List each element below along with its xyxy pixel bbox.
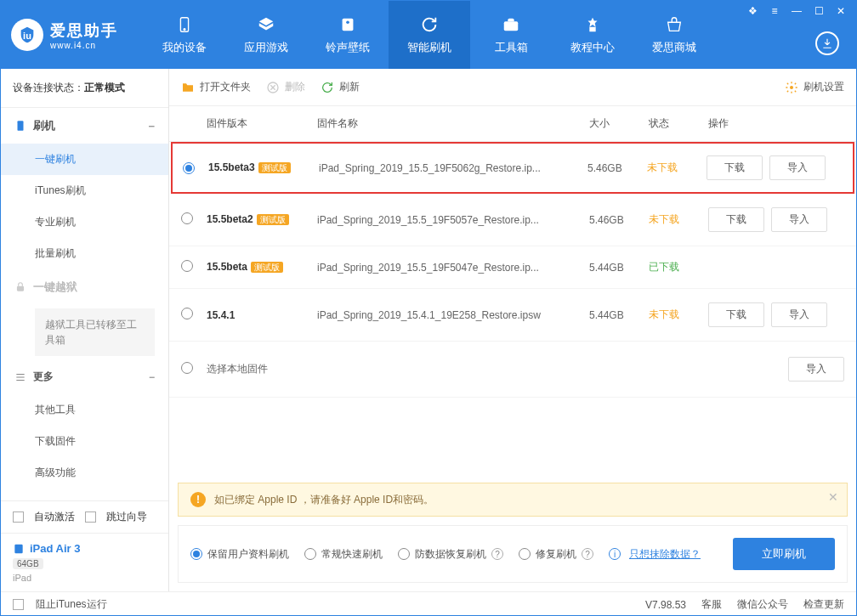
wechat-link[interactable]: 微信公众号 — [737, 597, 788, 612]
sidebar-flash-item-0[interactable]: 一键刷机 — [1, 144, 168, 175]
svg-point-11 — [790, 86, 793, 89]
import-button[interactable]: 导入 — [771, 207, 827, 232]
open-folder-button[interactable]: 打开文件夹 — [181, 80, 251, 94]
device-info[interactable]: iPad Air 3 64GB iPad — [1, 533, 168, 591]
normal-option[interactable]: 常规快速刷机 — [304, 547, 383, 562]
fw-version: 15.5beta — [207, 261, 247, 273]
import-button[interactable]: 导入 — [771, 302, 827, 327]
service-link[interactable]: 客服 — [701, 597, 722, 612]
sidebar-more-item-1[interactable]: 下载固件 — [1, 426, 168, 457]
close-warning-button[interactable]: ✕ — [828, 490, 838, 504]
fw-size: 5.44GB — [589, 309, 649, 321]
download-button[interactable]: 下载 — [708, 302, 764, 327]
menu-icon[interactable]: ≡ — [768, 4, 781, 18]
nav-tab-0[interactable]: 我的设备 — [144, 1, 225, 69]
download-button[interactable] — [815, 31, 839, 55]
nav-tab-3[interactable]: 智能刷机 — [389, 1, 470, 69]
nav-tab-5[interactable]: 教程中心 — [552, 1, 633, 69]
skip-guide-label: 跳过向导 — [106, 510, 147, 524]
help-icon[interactable]: ? — [491, 548, 503, 560]
block-itunes-checkbox[interactable] — [13, 599, 24, 610]
close-icon[interactable]: ✕ — [834, 4, 848, 18]
warning-icon: ! — [190, 492, 206, 507]
logo-sub: www.i4.cn — [50, 41, 118, 50]
nav-label: 教程中心 — [570, 40, 615, 55]
erase-data-link[interactable]: 只想抹除数据？ — [629, 547, 701, 562]
nav-tab-1[interactable]: 应用游戏 — [225, 1, 307, 69]
firmware-radio[interactable] — [183, 162, 195, 174]
sidebar-flash-item-2[interactable]: 专业刷机 — [1, 206, 168, 238]
nav-label: 智能刷机 — [407, 40, 451, 55]
fw-name: iPad_Spring_2019_15.4.1_19E258_Restore.i… — [317, 309, 589, 321]
repair-option[interactable]: 修复刷机? — [519, 547, 593, 562]
minimize-icon[interactable]: — — [790, 4, 803, 18]
radio-icon — [304, 548, 316, 560]
version-label: V7.98.53 — [645, 599, 686, 611]
svg-rect-3 — [343, 19, 354, 31]
help-icon[interactable]: ? — [582, 548, 593, 560]
nav-icon — [256, 14, 276, 35]
sidebar-flash-item-1[interactable]: iTunes刷机 — [1, 175, 168, 206]
svg-text:iu: iu — [23, 31, 31, 41]
fw-size: 5.46GB — [587, 162, 647, 174]
check-update-link[interactable]: 检查更新 — [803, 597, 844, 612]
block-itunes-label: 阻止iTunes运行 — [36, 597, 107, 612]
warning-text: 如已绑定 Apple ID ，请准备好 Apple ID和密码。 — [214, 493, 434, 507]
radio-icon — [190, 548, 202, 560]
nav-tab-4[interactable]: 工具箱 — [470, 1, 552, 69]
refresh-button[interactable]: 刷新 — [321, 80, 360, 94]
folder-icon — [181, 81, 195, 94]
keep-data-option[interactable]: 保留用户资料刷机 — [190, 547, 289, 562]
flash-settings-button[interactable]: 刷机设置 — [785, 80, 844, 94]
device-name: iPad Air 3 — [30, 542, 80, 555]
skip-guide-checkbox[interactable] — [85, 511, 96, 523]
sidebar-checks: 自动激活 跳过向导 — [1, 500, 168, 533]
flash-now-button[interactable]: 立即刷机 — [733, 538, 835, 570]
toolbar: 打开文件夹 删除 刷新 刷机设置 — [169, 69, 856, 106]
nav-label: 我的设备 — [162, 40, 207, 55]
firmware-row: 15.5beta2测试版iPad_Spring_2019_15.5_19F505… — [169, 194, 856, 246]
info-icon[interactable]: i — [609, 548, 621, 560]
logo[interactable]: iu 爱思助手 www.i4.cn — [11, 19, 118, 51]
sidebar-flash-head[interactable]: 刷机 − — [1, 108, 168, 144]
auto-activate-checkbox[interactable] — [13, 511, 24, 523]
import-button[interactable]: 导入 — [769, 155, 826, 180]
nav-tab-6[interactable]: 爱思商城 — [633, 1, 715, 69]
flash-options-bar: 保留用户资料刷机 常规快速刷机 防数据恢复刷机? 修复刷机? i只想抹除数据？ … — [178, 525, 848, 583]
sidebar-more-item-0[interactable]: 其他工具 — [1, 394, 168, 426]
col-name: 固件名称 — [317, 116, 589, 131]
nav-icon — [664, 14, 684, 35]
nav-icon — [338, 14, 358, 35]
delete-button[interactable]: 删除 — [266, 80, 305, 94]
jailbreak-notice: 越狱工具已转移至工具箱 — [35, 308, 155, 356]
fw-name: iPad_Spring_2019_15.5_19F5057e_Restore.i… — [317, 214, 589, 226]
firmware-radio[interactable] — [181, 212, 193, 224]
collapse-icon: − — [149, 371, 155, 383]
nav-label: 应用游戏 — [244, 40, 288, 55]
sidebar-more-item-2[interactable]: 高级功能 — [1, 457, 168, 489]
footer: 阻止iTunes运行 V7.98.53 客服 微信公众号 检查更新 — [1, 591, 856, 616]
connection-status: 设备连接状态：正常模式 — [1, 69, 168, 108]
svg-point-2 — [184, 29, 185, 31]
device-capacity: 64GB — [13, 558, 43, 569]
lock-icon — [14, 281, 26, 293]
firmware-row: 15.5beta3测试版iPad_Spring_2019_15.5_19F506… — [171, 142, 854, 194]
local-fw-radio[interactable] — [181, 362, 193, 374]
nav-tab-2[interactable]: 铃声壁纸 — [307, 1, 389, 69]
col-ops: 操作 — [708, 116, 844, 131]
col-status: 状态 — [649, 116, 708, 131]
fw-version: 15.4.1 — [207, 309, 235, 321]
anti-data-option[interactable]: 防数据恢复刷机? — [398, 547, 503, 562]
firmware-radio[interactable] — [181, 260, 193, 272]
firmware-radio[interactable] — [181, 308, 193, 319]
fw-status: 未下载 — [647, 161, 707, 175]
sidebar-flash-item-3[interactable]: 批量刷机 — [1, 238, 168, 269]
sidebar-more-head[interactable]: 更多 − — [1, 359, 168, 394]
window-controls: ❖ ≡ — ☐ ✕ — [746, 4, 848, 18]
download-button[interactable]: 下载 — [707, 155, 763, 180]
dots-icon[interactable]: ❖ — [746, 4, 759, 18]
download-button[interactable]: 下载 — [708, 207, 764, 232]
maximize-icon[interactable]: ☐ — [812, 4, 826, 18]
sidebar: 设备连接状态：正常模式 刷机 − 一键刷机iTunes刷机专业刷机批量刷机 一键… — [1, 69, 169, 591]
import-button[interactable]: 导入 — [788, 357, 844, 381]
